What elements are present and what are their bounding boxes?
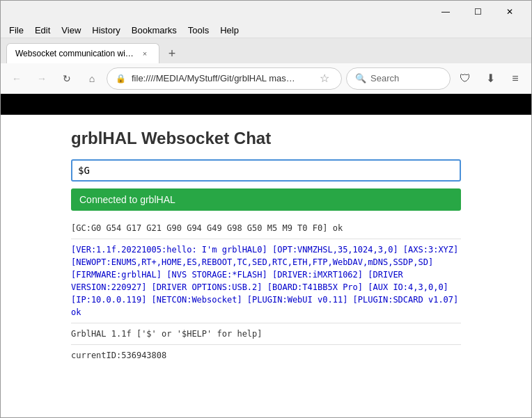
maximize-button[interactable]: ☐: [462, 1, 494, 23]
search-icon: 🔍: [355, 73, 366, 83]
shield-button[interactable]: 🛡: [455, 68, 476, 89]
black-bar: [1, 94, 531, 115]
chat-input[interactable]: [71, 159, 461, 182]
minimize-button[interactable]: —: [430, 1, 462, 23]
lock-icon: 🔒: [116, 74, 126, 83]
tab-bar: Websocket communication with gr… × +: [1, 38, 531, 63]
download-button[interactable]: ⬇: [480, 68, 501, 89]
page-title: grblHAL Websocket Chat: [71, 129, 461, 148]
menu-bar: File Edit View History Bookmarks Tools H…: [1, 23, 531, 38]
menu-tools[interactable]: Tools: [182, 24, 214, 37]
page-content: grblHAL Websocket Chat Connected to grbl…: [1, 115, 531, 418]
back-button[interactable]: ←: [6, 68, 27, 89]
log-area: [GC:G0 G54 G17 G21 G90 G94 G49 G98 G50 M…: [71, 218, 461, 366]
menu-file[interactable]: File: [3, 24, 29, 37]
status-bar: Connected to grblHAL: [71, 188, 461, 211]
address-text: file:////MEDIA/MyStuff/Git/grblHAL mas…: [132, 73, 311, 83]
window-controls: — ☐ ✕: [430, 1, 526, 23]
menu-button[interactable]: ≡: [505, 68, 526, 89]
address-bar: ← → ↻ ⌂ 🔒 file:////MEDIA/MyStuff/Git/grb…: [1, 63, 531, 94]
active-tab[interactable]: Websocket communication with gr… ×: [6, 43, 159, 63]
log-line-2: [VER:1.1f.20221005:hello: I'm grblHAL0] …: [71, 239, 461, 323]
tab-label: Websocket communication with gr…: [15, 49, 134, 58]
menu-help[interactable]: Help: [214, 24, 244, 37]
search-bar[interactable]: 🔍 Search: [346, 67, 451, 90]
status-text: Connected to grblHAL: [79, 194, 175, 205]
chat-container: grblHAL Websocket Chat Connected to grbl…: [57, 129, 475, 380]
forward-button[interactable]: →: [31, 68, 52, 89]
menu-edit[interactable]: Edit: [29, 24, 56, 37]
menu-bookmarks[interactable]: Bookmarks: [126, 24, 182, 37]
log-line-3: GrblHAL 1.1f ['$' or '$HELP' for help]: [71, 323, 461, 344]
reload-button[interactable]: ↻: [56, 68, 77, 89]
menu-history[interactable]: History: [86, 24, 125, 37]
tab-close-button[interactable]: ×: [139, 48, 150, 59]
close-button[interactable]: ✕: [494, 1, 526, 23]
home-button[interactable]: ⌂: [81, 68, 102, 89]
bookmark-star-button[interactable]: ☆: [316, 70, 333, 87]
new-tab-button[interactable]: +: [162, 44, 182, 63]
log-line-1: [GC:G0 G54 G17 G21 G90 G94 G49 G98 G50 M…: [71, 218, 461, 239]
log-line-4: currentID:536943808: [71, 344, 461, 366]
search-text: Search: [370, 73, 399, 83]
title-bar: — ☐ ✕: [1, 1, 531, 23]
menu-view[interactable]: View: [56, 24, 86, 37]
address-bar-input-wrap[interactable]: 🔒 file:////MEDIA/MyStuff/Git/grblHAL mas…: [107, 67, 342, 90]
